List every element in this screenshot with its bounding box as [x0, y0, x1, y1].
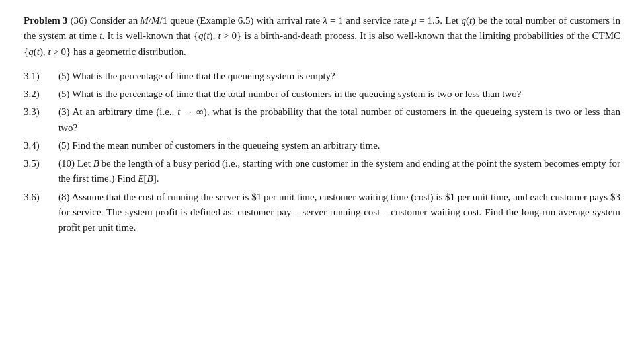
sub-item-3-2: 3.2) (5) What is the percentage of time …	[24, 87, 620, 102]
sub-label-3-5: 3.5)	[24, 156, 58, 171]
problem-intro: Problem 3 (36) Consider an M/M/1 queue (…	[24, 13, 620, 59]
sub-content-3-3: (3) At an arbitrary time (i.e., t → ∞), …	[58, 104, 620, 135]
sub-points-3-4: (5)	[58, 140, 72, 151]
problem-header: Problem 3	[24, 15, 67, 26]
sub-label-3-6: 3.6)	[24, 190, 58, 205]
sub-content-3-5: (10) Let B be the length of a busy perio…	[58, 156, 620, 187]
sub-points-3-1: (5)	[58, 71, 72, 81]
sub-item-3-6: 3.6) (8) Assume that the cost of running…	[24, 190, 620, 236]
sub-points-3-2: (5)	[58, 89, 72, 99]
page-container: Problem 3 (36) Consider an M/M/1 queue (…	[0, 0, 644, 343]
sub-content-3-6: (8) Assume that the cost of running the …	[58, 190, 620, 236]
sub-label-3-3: 3.3)	[24, 104, 58, 120]
sub-points-3-5: (10)	[58, 158, 77, 169]
sub-content-3-4: (5) Find the mean number of customers in…	[58, 138, 620, 153]
sub-label-3-2: 3.2)	[24, 87, 58, 102]
sub-points-3-3: (3)	[58, 106, 73, 117]
sub-points-3-6: (8)	[58, 192, 71, 202]
sub-item-3-4: 3.4) (5) Find the mean number of custome…	[24, 138, 620, 153]
points-total: (36) Consider an M/M/1 queue (Example 6.…	[24, 15, 620, 57]
sub-label-3-4: 3.4)	[24, 138, 58, 153]
sub-problems-list: 3.1) (5) What is the percentage of time …	[24, 69, 620, 236]
sub-label-3-1: 3.1)	[24, 69, 58, 84]
sub-item-3-5: 3.5) (10) Let B be the length of a busy …	[24, 156, 620, 187]
sub-content-3-2: (5) What is the percentage of time that …	[58, 87, 620, 102]
sub-item-3-3: 3.3) (3) At an arbitrary time (i.e., t →…	[24, 104, 620, 135]
problem-text: Problem 3 (36) Consider an M/M/1 queue (…	[24, 13, 620, 235]
sub-item-3-1: 3.1) (5) What is the percentage of time …	[24, 69, 620, 84]
sub-content-3-1: (5) What is the percentage of time that …	[58, 69, 620, 84]
